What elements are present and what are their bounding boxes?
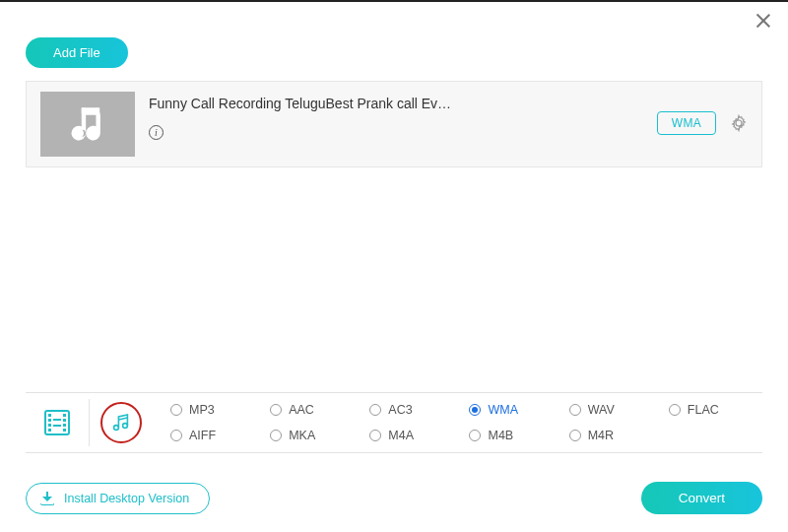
- file-row: Funny Call Recording TeluguBest Prank ca…: [27, 82, 761, 166]
- add-file-button[interactable]: Add File: [26, 37, 128, 68]
- format-label: MKA: [289, 429, 315, 442]
- format-option-mka[interactable]: MKA: [270, 429, 363, 442]
- svg-point-0: [74, 128, 84, 138]
- format-label: AC3: [388, 403, 412, 417]
- window-top-border: [0, 0, 788, 2]
- format-option-flac[interactable]: FLAC: [669, 403, 762, 417]
- format-label: M4B: [488, 429, 513, 442]
- format-option-m4b[interactable]: M4B: [469, 429, 562, 442]
- svg-rect-4: [82, 108, 99, 114]
- info-icon[interactable]: i: [149, 125, 164, 140]
- close-icon[interactable]: [753, 10, 774, 32]
- format-label: WMA: [488, 403, 518, 417]
- format-label: AIFF: [189, 429, 216, 442]
- format-label: WAV: [588, 403, 615, 417]
- format-label: FLAC: [688, 403, 719, 417]
- file-title: Funny Call Recording TeluguBest Prank ca…: [149, 96, 474, 111]
- format-options-grid: MP3 AAC AC3 WMA WAV AIFF MKA M4A M4B M4R…: [153, 393, 762, 452]
- format-selector-bar: MP3 AAC AC3 WMA WAV AIFF MKA M4A M4B M4R…: [26, 392, 762, 453]
- format-label: M4R: [588, 429, 614, 442]
- format-option-wav[interactable]: WAV: [569, 403, 663, 417]
- format-label: AAC: [289, 403, 314, 417]
- format-option-m4a[interactable]: M4A: [369, 429, 463, 442]
- svg-point-1: [89, 126, 98, 136]
- format-option-mp3[interactable]: MP3: [170, 403, 264, 417]
- download-icon: [40, 492, 54, 505]
- file-list: Funny Call Recording TeluguBest Prank ca…: [26, 81, 762, 167]
- convert-button[interactable]: Convert: [641, 482, 762, 514]
- highlighted-circle: [100, 402, 142, 443]
- install-desktop-label: Install Desktop Version: [64, 492, 189, 505]
- music-note-icon: [66, 102, 109, 146]
- format-option-aac[interactable]: AAC: [270, 403, 363, 417]
- output-format-badge[interactable]: WMA: [657, 111, 716, 135]
- format-option-aiff[interactable]: AIFF: [170, 429, 264, 442]
- format-label: M4A: [388, 429, 414, 442]
- bottom-bar: Install Desktop Version Convert: [26, 482, 762, 514]
- file-info: Funny Call Recording TeluguBest Prank ca…: [149, 92, 643, 140]
- file-thumbnail: [40, 92, 135, 157]
- format-label: MP3: [189, 403, 215, 417]
- install-desktop-button[interactable]: Install Desktop Version: [26, 483, 210, 514]
- video-type-tab[interactable]: [26, 393, 89, 452]
- music-note-icon: [109, 411, 133, 434]
- format-option-ac3[interactable]: AC3: [369, 403, 463, 417]
- format-option-wma[interactable]: WMA: [469, 403, 562, 417]
- gear-icon[interactable]: [730, 114, 748, 132]
- audio-type-tab[interactable]: [90, 393, 153, 452]
- format-option-m4r[interactable]: M4R: [569, 429, 663, 442]
- film-icon: [44, 410, 70, 435]
